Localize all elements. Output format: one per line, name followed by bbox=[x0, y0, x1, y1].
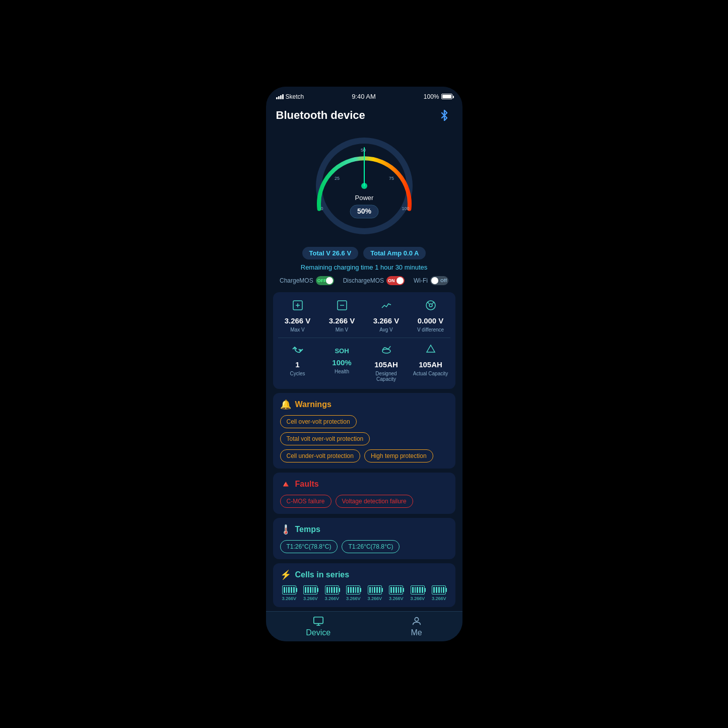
cells-title: Cells in series bbox=[295, 570, 350, 579]
cycles-label: Cycles bbox=[290, 371, 305, 376]
faults-card: 🔺 Faults C-MOS failure Voltage detection… bbox=[273, 473, 455, 514]
cell-battery-icon-5 bbox=[389, 585, 403, 594]
v-diff-value: 0.000 V bbox=[418, 316, 444, 325]
thermometer-icon: 🌡️ bbox=[280, 524, 291, 535]
soh-item: SOH 100% Health bbox=[322, 343, 362, 382]
cell-value-3: 3.266V bbox=[346, 596, 361, 601]
svg-text:0: 0 bbox=[320, 206, 323, 211]
cell-value-6: 3.266V bbox=[410, 596, 425, 601]
soh-value: 100% bbox=[332, 358, 351, 367]
svg-point-17 bbox=[429, 304, 432, 307]
warning-tag-0: Cell over-volt protection bbox=[280, 415, 357, 428]
cell-item-6: 3.266V bbox=[409, 585, 427, 601]
v-diff-item: 0.000 V V difference bbox=[411, 299, 450, 333]
cell-item-2: 3.266V bbox=[323, 585, 342, 601]
total-amp-pill: Total Amp 0.0 A bbox=[363, 247, 426, 259]
faults-tags: C-MOS failure Voltage detection failure bbox=[280, 495, 448, 508]
total-amp-value: 0.0 A bbox=[404, 249, 419, 257]
discharge-mos-label: DischargeMOS bbox=[343, 277, 384, 284]
data-card: 3.266 V Max V 3.266 V Min V bbox=[273, 292, 455, 389]
max-v-icon bbox=[292, 299, 304, 314]
data-divider bbox=[278, 338, 450, 338]
faults-title: Faults bbox=[295, 480, 319, 489]
charging-time: Remaining charging time 1 hour 30 minute… bbox=[266, 262, 462, 274]
temp-tag-1: T1:26°C(78.8°C) bbox=[342, 540, 400, 553]
total-v-value: 26.6 V bbox=[333, 249, 352, 257]
temps-tags: T1:26°C(78.8°C) T1:26°C(78.8°C) bbox=[280, 540, 448, 553]
nav-device[interactable]: Device bbox=[296, 613, 341, 640]
avg-v-item: 3.266 V Avg V bbox=[367, 299, 406, 333]
charge-mos-toggle-item: ChargeMOS OFF bbox=[280, 276, 334, 285]
fault-tag-0: C-MOS failure bbox=[280, 495, 332, 508]
device-nav-icon bbox=[313, 616, 324, 627]
svg-point-16 bbox=[426, 301, 435, 310]
warnings-tags: Cell over-volt protection Total volt ove… bbox=[280, 415, 448, 462]
discharge-mos-toggle[interactable]: ON bbox=[386, 276, 405, 285]
charging-time-value: 1 hour 30 minutes bbox=[375, 263, 427, 271]
total-amp-label: Total Amp bbox=[370, 249, 402, 257]
soh-label: Health bbox=[335, 369, 349, 374]
status-right: 100% bbox=[424, 93, 452, 100]
svg-point-20 bbox=[382, 349, 390, 353]
wifi-toggle[interactable]: Off bbox=[430, 276, 448, 285]
gauge-svg: Power 50% 25 50 75 0 100 bbox=[309, 130, 420, 241]
status-left: Sketch bbox=[276, 93, 304, 100]
cell-value-2: 3.266V bbox=[324, 596, 339, 601]
temps-title: Temps bbox=[295, 525, 320, 534]
avg-v-value: 3.266 V bbox=[373, 316, 400, 325]
nav-me[interactable]: Me bbox=[401, 613, 432, 640]
svg-line-19 bbox=[432, 302, 434, 304]
cell-battery-icon-3 bbox=[346, 585, 360, 594]
charge-mos-toggle[interactable]: OFF bbox=[316, 276, 334, 285]
toggle-row: ChargeMOS OFF DischargeMOS ON Wi-Fi Off bbox=[266, 274, 462, 290]
cycles-value: 1 bbox=[295, 360, 299, 369]
charge-mos-label: ChargeMOS bbox=[280, 277, 313, 284]
cell-battery-icon-4 bbox=[368, 585, 382, 594]
cell-item-0: 3.266V bbox=[280, 585, 299, 601]
header: Bluetooth device bbox=[266, 103, 462, 125]
total-v-label: Total V bbox=[309, 249, 330, 257]
warnings-header: 🔔 Warnings bbox=[280, 399, 448, 410]
total-voltage-pill: Total V 26.6 V bbox=[302, 247, 359, 259]
nav-me-label: Me bbox=[411, 628, 422, 637]
cell-battery-icon-0 bbox=[282, 585, 296, 594]
cycles-icon bbox=[292, 343, 304, 358]
v-diff-icon bbox=[425, 299, 437, 314]
warning-tag-2: Cell under-volt protection bbox=[280, 449, 360, 462]
warning-tag-3: High temp protection bbox=[364, 449, 433, 462]
cells-header: ⚡ Cells in series bbox=[280, 569, 448, 580]
temp-tag-0: T1:26°C(78.8°C) bbox=[280, 540, 338, 553]
cell-item-7: 3.266V bbox=[430, 585, 448, 601]
cell-battery-icon-1 bbox=[303, 585, 317, 594]
min-v-item: 3.266 V Min V bbox=[322, 299, 362, 333]
cell-battery-icon-6 bbox=[411, 585, 425, 594]
data-grid-row1: 3.266 V Max V 3.266 V Min V bbox=[278, 299, 450, 333]
status-bar: Sketch 9:40 AM 100% bbox=[266, 87, 462, 103]
cell-item-4: 3.266V bbox=[366, 585, 384, 601]
temps-header: 🌡️ Temps bbox=[280, 524, 448, 535]
me-nav-icon bbox=[411, 616, 422, 627]
svg-text:50%: 50% bbox=[357, 207, 371, 215]
battery-icon bbox=[441, 94, 452, 99]
cell-value-1: 3.266V bbox=[303, 596, 318, 601]
wifi-label: Wi-Fi bbox=[414, 277, 428, 284]
svg-marker-21 bbox=[427, 345, 435, 352]
cells-bolt-icon: ⚡ bbox=[280, 569, 291, 580]
svg-text:75: 75 bbox=[388, 176, 393, 181]
warnings-card: 🔔 Warnings Cell over-volt protection Tot… bbox=[273, 393, 455, 469]
bottom-nav: Device Me bbox=[266, 611, 462, 641]
min-v-label: Min V bbox=[336, 327, 349, 333]
actual-capacity-label: Actual Capacity bbox=[413, 371, 448, 376]
bluetooth-icon[interactable] bbox=[436, 107, 452, 123]
cell-battery-icon-7 bbox=[432, 585, 446, 594]
min-v-icon bbox=[336, 299, 348, 314]
svg-text:50: 50 bbox=[360, 148, 365, 153]
cells-grid: 3.266V 3.266V bbox=[280, 585, 448, 601]
soh-icon: SOH bbox=[335, 343, 349, 356]
faults-header: 🔺 Faults bbox=[280, 479, 448, 490]
max-v-value: 3.266 V bbox=[285, 316, 311, 325]
cell-value-7: 3.266V bbox=[432, 596, 446, 601]
data-grid-row2: 1 Cycles SOH 100% Health bbox=[278, 343, 450, 382]
charging-time-label: Remaining charging time bbox=[301, 263, 373, 271]
max-v-item: 3.266 V Max V bbox=[278, 299, 317, 333]
